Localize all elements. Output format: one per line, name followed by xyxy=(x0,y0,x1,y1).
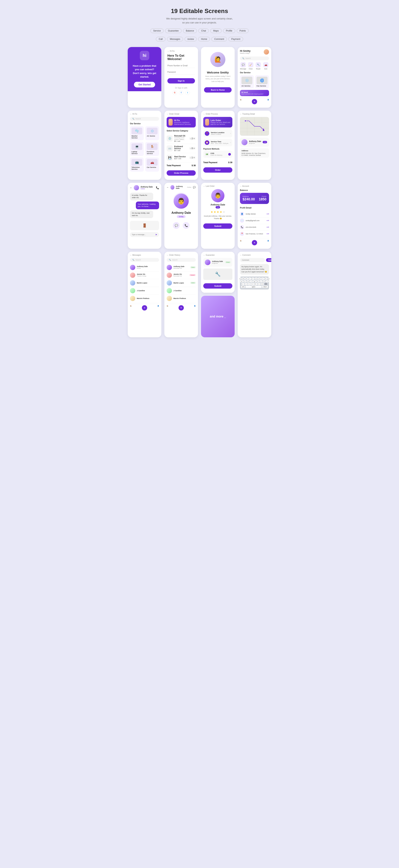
nav-home[interactable]: 🏠 xyxy=(240,99,242,104)
quick-action-message[interactable]: 💬 Message xyxy=(240,62,246,70)
edit-link-2[interactable]: edit xyxy=(267,226,269,228)
star-4[interactable]: ★ xyxy=(220,210,222,213)
profile-chat-btn[interactable]: 💬 xyxy=(173,222,180,229)
messages-search[interactable]: 🔍 Search xyxy=(130,258,159,262)
car-card[interactable]: 🚗 Car Service xyxy=(145,157,159,172)
msg-nav-fab[interactable]: + xyxy=(142,305,147,310)
acc-nav-fab[interactable]: + xyxy=(252,240,257,245)
history-2[interactable]: Martin Lopez Done xyxy=(166,279,196,287)
tag-review[interactable]: review xyxy=(185,37,197,41)
edit-link-0[interactable]: edit xyxy=(267,213,269,215)
comment-input[interactable] xyxy=(240,258,265,262)
tag-guarantee[interactable]: Guarantee xyxy=(165,29,182,33)
tracking-back[interactable]: ← Tracking Detail xyxy=(240,113,269,115)
key-z[interactable]: z xyxy=(242,283,244,285)
conv-2[interactable]: Martin Lopez xyxy=(130,279,159,287)
tag-home[interactable]: Home xyxy=(198,37,210,41)
conv-0[interactable]: Anthony Dale Driver xyxy=(130,264,159,271)
payment-row[interactable]: 💵 COD Cash On Delivery xyxy=(203,151,233,158)
history-3[interactable]: J Careline xyxy=(166,287,196,294)
msg-nav-profile[interactable]: 👤 xyxy=(157,305,159,310)
qty-plus-2[interactable]: + xyxy=(193,157,194,159)
washer-card[interactable]: 🫧 Washer Service xyxy=(130,126,144,140)
history-0[interactable]: Anthony Dale Reinstall OS Done xyxy=(166,264,196,271)
key-s[interactable]: s xyxy=(244,280,246,282)
qty-control-0[interactable]: - 2 + xyxy=(189,137,196,140)
edit-link-3[interactable]: edit xyxy=(267,233,269,235)
acc-nav-home[interactable]: 🏠 xyxy=(240,240,242,245)
tag-call[interactable]: Call xyxy=(156,37,165,41)
qty-minus-0[interactable]: - xyxy=(190,137,191,140)
nav-fab[interactable]: + xyxy=(252,99,257,104)
service-location-row[interactable]: 📍 Service Location Select Location › xyxy=(203,130,233,137)
tag-chat[interactable]: Chat xyxy=(198,29,209,33)
key-m[interactable]: m xyxy=(261,283,264,285)
key-backspace[interactable]: ⌫ xyxy=(264,283,268,285)
ac-card[interactable]: ❄️ AC Sevice xyxy=(145,126,159,140)
key-c[interactable]: c xyxy=(248,283,251,285)
key-r[interactable]: r xyxy=(248,278,251,280)
msg-nav-home[interactable]: 🏠 xyxy=(130,305,132,310)
comment-back[interactable]: ← Comment xyxy=(240,254,269,256)
star-3[interactable]: ★ xyxy=(217,210,219,213)
star-1[interactable]: ★ xyxy=(211,210,213,213)
order-process-back[interactable]: ← Order Process xyxy=(203,113,233,115)
key-o[interactable]: o xyxy=(265,278,267,280)
nav-profile[interactable]: 👤 xyxy=(267,99,269,104)
chat-back[interactable]: ← xyxy=(130,186,132,189)
order-button[interactable]: Order xyxy=(203,167,233,173)
edit-link-1[interactable]: edit xyxy=(267,220,269,221)
home-search[interactable]: 🔍 Search xyxy=(240,57,269,60)
tag-service[interactable]: Service xyxy=(150,29,163,33)
key-j[interactable]: j xyxy=(259,280,262,282)
key-k[interactable]: k xyxy=(263,280,266,282)
ac-service-card[interactable]: ❄️ AC Service xyxy=(240,75,254,88)
qty-plus-1[interactable]: + xyxy=(193,147,194,149)
chat-input[interactable] xyxy=(132,234,154,236)
qty-control-2[interactable]: - 1 + xyxy=(189,156,196,159)
tag-balance[interactable]: Balance xyxy=(183,29,197,33)
hist-nav-home[interactable]: 🏠 xyxy=(166,305,168,310)
key-n[interactable]: n xyxy=(258,283,260,285)
tag-comment[interactable]: Comment xyxy=(211,37,227,41)
key-f[interactable]: f xyxy=(250,280,253,282)
get-started-button[interactable]: Get Started xyxy=(134,82,155,88)
key-h[interactable]: h xyxy=(256,280,259,282)
account-back[interactable]: ← Account xyxy=(240,185,269,187)
phone-icon[interactable]: 📞 xyxy=(156,186,159,189)
profile-back[interactable]: ← xyxy=(166,186,169,189)
last-order-back[interactable]: ← Last Order xyxy=(203,185,233,187)
payment-radio[interactable] xyxy=(228,153,231,156)
key-space[interactable]: space xyxy=(245,286,262,288)
service-list-search[interactable]: 🔍 Search xyxy=(130,117,159,121)
key-q[interactable]: q xyxy=(239,278,241,280)
fan-service-card[interactable]: 🌀 Fan Service xyxy=(255,75,269,88)
twitter-icon[interactable]: t xyxy=(185,90,190,95)
guarantee-back[interactable]: ← Guarantee xyxy=(203,254,233,256)
order-history-back[interactable]: ← Order History xyxy=(166,254,196,256)
qty-minus-2[interactable]: - xyxy=(190,157,191,159)
hist-nav-profile[interactable]: 👤 xyxy=(194,305,196,310)
history-search[interactable]: 🔍 Search xyxy=(166,258,196,262)
hist-nav-fab[interactable]: + xyxy=(179,305,184,310)
submit-review-button[interactable]: Submit xyxy=(203,223,233,229)
quick-action-repair[interactable]: 🔧 Repair xyxy=(255,62,262,70)
key-t[interactable]: t xyxy=(252,278,254,280)
tag-profile[interactable]: Profile xyxy=(223,29,235,33)
comment-submit-btn[interactable]: Submit xyxy=(266,258,271,262)
qty-plus-0[interactable]: + xyxy=(193,137,194,140)
key-i[interactable]: i xyxy=(261,278,264,280)
quick-action-clean[interactable]: 🧹 Clean xyxy=(247,62,254,70)
star-5[interactable]: ★ xyxy=(223,210,225,213)
tag-maps[interactable]: Maps xyxy=(210,29,221,33)
key-d[interactable]: d xyxy=(247,280,249,282)
back-to-home-button[interactable]: Back to Home xyxy=(204,87,232,93)
tag-points[interactable]: Points xyxy=(237,29,249,33)
guarantee-submit-btn[interactable]: Submit xyxy=(203,283,233,288)
key-v[interactable]: v xyxy=(251,283,254,285)
signin-button[interactable]: Sign In xyxy=(167,78,195,84)
password-input[interactable] xyxy=(167,70,195,74)
login-back[interactable]: ← Hi Fix xyxy=(167,50,195,52)
key-e[interactable]: e xyxy=(245,278,248,280)
conv-1[interactable]: Jennie Vin Thanks Orday xyxy=(130,271,159,279)
